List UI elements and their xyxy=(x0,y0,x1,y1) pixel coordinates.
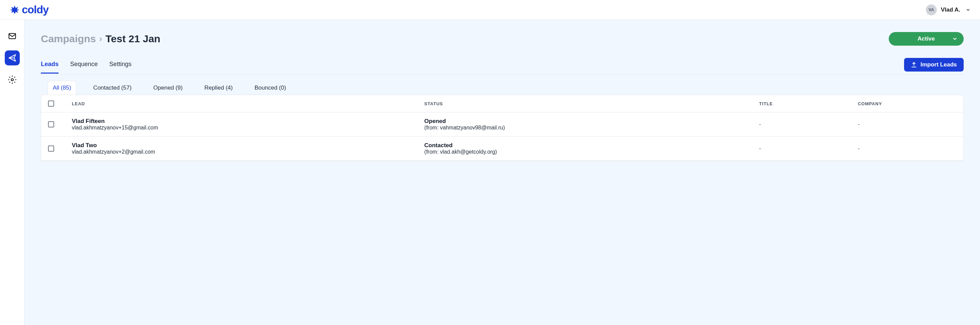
main-content: Campaigns › Test 21 Jan Active Leads Seq… xyxy=(24,20,980,325)
lead-status: Opened xyxy=(424,118,759,125)
table-row[interactable]: Vlad Two vlad.akhmatzyanov+2@gmail.com C… xyxy=(41,137,963,161)
sidebar-item-mail[interactable] xyxy=(5,29,20,44)
page-title: Test 21 Jan xyxy=(105,33,161,45)
logo-text: coldy xyxy=(22,3,49,16)
avatar: VA xyxy=(926,5,937,15)
tab-settings[interactable]: Settings xyxy=(109,59,131,73)
sidebar xyxy=(0,20,24,325)
user-name-label: Vlad A. xyxy=(941,6,960,13)
sidebar-item-settings[interactable] xyxy=(5,72,20,87)
lead-status-from: (from: vlad.akh@getcoldy.org) xyxy=(424,149,759,155)
tab-sequence[interactable]: Sequence xyxy=(70,59,98,73)
status-label: Active xyxy=(917,35,935,42)
filter-tab-replied[interactable]: Replied (4) xyxy=(200,81,237,95)
header: coldy VA Vlad A. xyxy=(0,0,980,20)
filter-tabs: All (85) Contacted (57) Opened (9) Repli… xyxy=(41,81,964,95)
tabs: Leads Sequence Settings xyxy=(41,59,131,73)
lead-email: vlad.akhmatzyanov+2@gmail.com xyxy=(72,149,424,155)
lead-title: - xyxy=(759,145,858,151)
upload-icon xyxy=(911,62,917,68)
filter-tab-opened[interactable]: Opened (9) xyxy=(148,81,187,95)
filter-tab-bounced[interactable]: Bounced (0) xyxy=(250,81,291,95)
lead-name: Vlad Fifteen xyxy=(72,118,424,125)
lead-name: Vlad Two xyxy=(72,142,424,149)
send-icon xyxy=(8,54,17,62)
sidebar-item-send[interactable] xyxy=(5,50,20,65)
table-header: LEAD STATUS TITLE COMPANY xyxy=(41,95,963,112)
filter-tab-contacted[interactable]: Contacted (57) xyxy=(89,81,136,95)
table-row[interactable]: Vlad Fifteen vlad.akhmatzyanov+15@gmail.… xyxy=(41,112,963,137)
lead-title: - xyxy=(759,121,858,127)
leads-table: LEAD STATUS TITLE COMPANY Vlad Fifteen v… xyxy=(41,95,964,161)
mail-icon xyxy=(8,32,17,41)
logo[interactable]: coldy xyxy=(10,3,49,16)
lead-status: Contacted xyxy=(424,142,759,149)
row-checkbox[interactable] xyxy=(48,145,54,151)
logo-icon xyxy=(10,5,20,15)
gear-icon xyxy=(8,75,17,84)
chevron-down-icon xyxy=(966,8,970,12)
chevron-down-icon xyxy=(952,36,958,41)
th-title: TITLE xyxy=(759,101,858,106)
breadcrumb-parent[interactable]: Campaigns xyxy=(41,33,96,45)
import-leads-button[interactable]: Import Leads xyxy=(904,58,964,72)
row-checkbox[interactable] xyxy=(48,121,54,127)
th-status: STATUS xyxy=(424,101,759,106)
th-company: COMPANY xyxy=(858,101,956,106)
lead-status-from: (from: vahmatzyanov98@mail.ru) xyxy=(424,125,759,131)
th-lead: LEAD xyxy=(72,101,424,106)
lead-email: vlad.akhmatzyanov+15@gmail.com xyxy=(72,125,424,131)
status-dropdown[interactable]: Active xyxy=(889,32,964,46)
filter-tab-all[interactable]: All (85) xyxy=(48,81,76,95)
breadcrumb: Campaigns › Test 21 Jan xyxy=(41,33,161,45)
select-all-checkbox[interactable] xyxy=(48,100,54,107)
tab-leads[interactable]: Leads xyxy=(41,59,59,73)
lead-company: - xyxy=(858,121,956,127)
chevron-right-icon: › xyxy=(99,34,102,44)
user-menu[interactable]: VA Vlad A. xyxy=(926,5,970,15)
svg-point-1 xyxy=(11,79,13,81)
import-leads-label: Import Leads xyxy=(920,61,957,68)
lead-company: - xyxy=(858,145,956,151)
